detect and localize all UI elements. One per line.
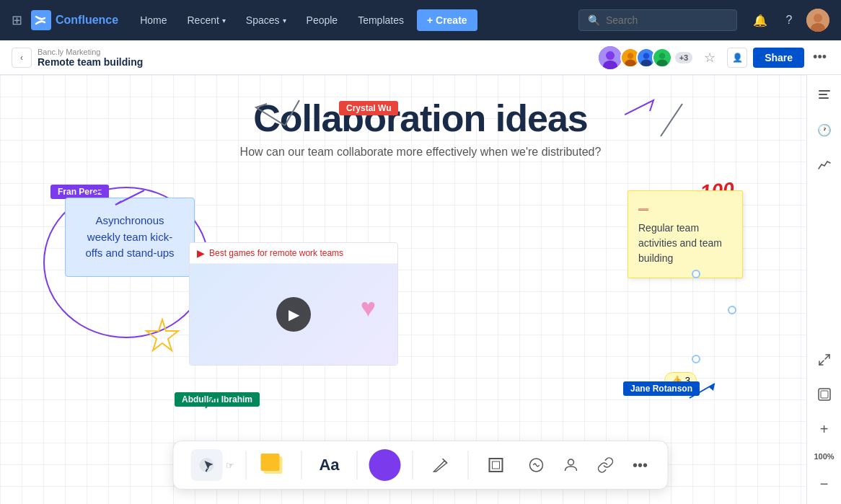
breadcrumb-parent: Banc.ly Marketing — [38, 48, 143, 56]
video-embed[interactable]: ▶ Best games for remote work teams ▶ ♥ — [189, 242, 398, 366]
logo-icon — [31, 10, 51, 30]
title-decoration-left — [169, 89, 314, 133]
star-button[interactable]: ☆ — [698, 47, 721, 68]
divider-5 — [468, 451, 469, 479]
recent-chevron-icon: ▾ — [222, 17, 226, 25]
svg-point-10 — [643, 53, 649, 59]
breadcrumb-title: Remote team building — [38, 56, 143, 68]
canvas-title-section: Collaboration ideas — [0, 97, 841, 140]
select-tool-button[interactable] — [191, 449, 223, 481]
bottom-toolbar: ☞ Aa — [173, 441, 669, 490]
svg-point-13 — [659, 53, 665, 59]
frame-tool-section — [475, 449, 518, 481]
history-icon[interactable]: 🕐 — [813, 118, 836, 141]
shape-tool-button[interactable] — [369, 449, 401, 481]
nav-people[interactable]: People — [299, 10, 345, 30]
canvas[interactable]: Collaboration ideas How can our team col… — [0, 75, 841, 504]
crystal-wu-cursor-label: Crystal Wu — [339, 101, 398, 115]
nav-recent[interactable]: Recent ▾ — [180, 10, 232, 30]
star-decoration — [144, 318, 180, 361]
smart-draw-button[interactable] — [521, 449, 552, 481]
sticky-note-button[interactable] — [258, 449, 290, 481]
svg-rect-18 — [490, 459, 503, 472]
confluence-logo[interactable]: Confluence — [31, 10, 118, 30]
nav-home[interactable]: Home — [133, 10, 174, 30]
fran-arrow — [108, 187, 151, 208]
right-sidebar: 🕐 + 100% − — [806, 75, 841, 504]
shape-tool-section — [364, 449, 407, 481]
nav-templates[interactable]: Templates — [351, 10, 411, 30]
notifications-button[interactable]: 🔔 — [749, 9, 772, 32]
video-header: ▶ Best games for remote work teams — [190, 243, 397, 264]
canvas-title: Collaboration ideas — [0, 97, 841, 140]
analytics-icon[interactable] — [813, 153, 836, 176]
select-tool-label: ☞ — [226, 460, 234, 471]
svg-point-7 — [627, 53, 633, 59]
text-tool-icon: Aa — [313, 456, 345, 474]
expand-icon[interactable] — [813, 348, 836, 371]
svg-rect-26 — [821, 391, 828, 398]
sticky-note-activities[interactable]: ══ Regular team activities and team buil… — [628, 190, 743, 278]
apps-icon[interactable]: ⊞ — [12, 12, 22, 28]
sticky-underline-decoration: ══ — [638, 204, 732, 215]
svg-point-21 — [568, 459, 574, 465]
create-button[interactable]: + Create — [417, 9, 477, 31]
search-bar[interactable]: 🔍 — [578, 9, 737, 31]
sticky-note-tool-section — [252, 449, 296, 481]
async-sticky-note[interactable]: Asynchronous weekly team kick-offs and s… — [65, 198, 195, 277]
text-tool-section: Aa — [308, 449, 351, 481]
divider-1 — [246, 451, 247, 479]
divider-3 — [357, 451, 358, 479]
svg-point-4 — [606, 51, 615, 60]
handle-circle-bottom[interactable] — [692, 355, 700, 363]
more-options-button[interactable]: ••• — [810, 47, 829, 68]
video-title: Best games for remote work teams — [209, 248, 343, 258]
search-input[interactable] — [606, 14, 728, 26]
nav-actions: 🔔 ? — [749, 9, 829, 32]
sticky-note-text: Regular team activities and team buildin… — [638, 221, 732, 266]
table-of-contents-icon[interactable] — [813, 84, 836, 107]
collaborator-avatar-3[interactable] — [652, 48, 672, 68]
handle-circle-top[interactable] — [692, 270, 700, 278]
divider-2 — [301, 451, 302, 479]
back-button[interactable]: ‹ — [12, 48, 32, 68]
user-avatar[interactable] — [806, 9, 829, 32]
collaborators-count: +3 — [675, 52, 693, 63]
search-icon: 🔍 — [588, 14, 600, 26]
fit-to-screen-icon[interactable] — [813, 383, 836, 406]
frame-tool-button[interactable] — [480, 449, 512, 481]
draw-tool-section — [419, 449, 462, 481]
abdullah-arrow — [202, 390, 418, 412]
zoom-out-icon[interactable]: − — [813, 472, 836, 495]
document-toolbar: ‹ Banc.ly Marketing Remote team building — [0, 40, 841, 75]
title-decoration-right — [625, 93, 711, 151]
shape-circle-icon — [369, 449, 401, 481]
help-button[interactable]: ? — [778, 9, 801, 32]
svg-rect-25 — [819, 389, 830, 400]
svg-point-1 — [814, 14, 822, 22]
pointer-tool-section: ☞ — [185, 449, 240, 481]
person-tool-button[interactable] — [555, 449, 587, 481]
heart-decoration: ♥ — [361, 293, 376, 323]
collaborator-avatars: +3 — [599, 46, 693, 69]
current-user-avatar[interactable] — [599, 46, 622, 69]
more-tools-button[interactable]: ••• — [625, 449, 656, 481]
restrict-button[interactable]: 👤 — [727, 48, 747, 68]
nav-spaces[interactable]: Spaces ▾ — [239, 10, 294, 30]
link-button[interactable] — [590, 449, 622, 481]
draw-tool-button[interactable] — [425, 449, 457, 481]
main-area: Collaboration ideas How can our team col… — [0, 75, 841, 504]
video-player[interactable]: ▶ ♥ — [190, 264, 397, 365]
play-button[interactable]: ▶ — [276, 297, 311, 332]
svg-rect-19 — [493, 461, 500, 469]
text-tool-button[interactable]: Aa — [314, 449, 345, 481]
zoom-in-icon[interactable]: + — [813, 417, 836, 441]
breadcrumb: Banc.ly Marketing Remote team building — [38, 48, 143, 68]
top-navigation: ⊞ Confluence Home Recent ▾ Spaces ▾ Peop… — [0, 0, 841, 40]
zoom-level: 100% — [814, 452, 834, 461]
handle-circle-left[interactable] — [728, 306, 736, 314]
logo-text: Confluence — [56, 14, 118, 27]
svg-rect-24 — [819, 97, 829, 99]
share-button[interactable]: Share — [753, 48, 804, 68]
spaces-chevron-icon: ▾ — [283, 17, 286, 25]
